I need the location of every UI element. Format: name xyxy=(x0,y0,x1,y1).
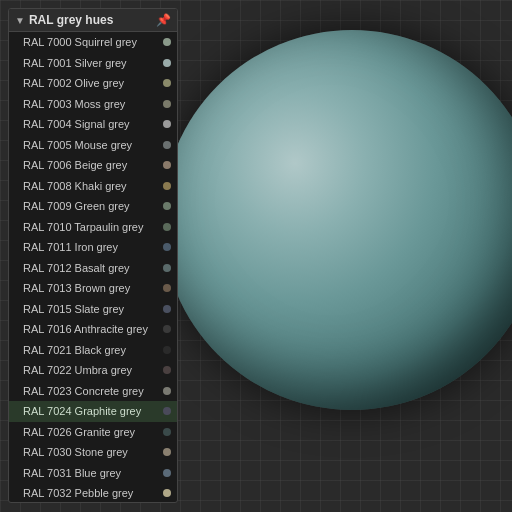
list-item[interactable]: RAL 7024 Graphite grey xyxy=(9,401,177,422)
list-item[interactable]: RAL 7006 Beige grey xyxy=(9,155,177,176)
color-dot xyxy=(163,387,171,395)
color-label: RAL 7000 Squirrel grey xyxy=(23,34,137,51)
color-dot xyxy=(163,182,171,190)
color-label: RAL 7032 Pebble grey xyxy=(23,485,133,502)
color-label: RAL 7006 Beige grey xyxy=(23,157,127,174)
color-dot xyxy=(163,141,171,149)
color-dot xyxy=(163,79,171,87)
list-item[interactable]: RAL 7000 Squirrel grey xyxy=(9,32,177,53)
color-dot xyxy=(163,100,171,108)
list-item[interactable]: RAL 7004 Signal grey xyxy=(9,114,177,135)
color-dot xyxy=(163,161,171,169)
list-item[interactable]: RAL 7012 Basalt grey xyxy=(9,258,177,279)
color-dot xyxy=(163,346,171,354)
list-item[interactable]: RAL 7013 Brown grey xyxy=(9,278,177,299)
list-item[interactable]: RAL 7009 Green grey xyxy=(9,196,177,217)
color-dot xyxy=(163,120,171,128)
list-item[interactable]: RAL 7022 Umbra grey xyxy=(9,360,177,381)
color-label: RAL 7031 Blue grey xyxy=(23,465,121,482)
color-label: RAL 7002 Olive grey xyxy=(23,75,124,92)
list-item[interactable]: RAL 7011 Iron grey xyxy=(9,237,177,258)
chevron-down-icon: ▼ xyxy=(15,15,25,26)
color-dot xyxy=(163,428,171,436)
ral-grey-panel: ▼ RAL grey hues 📌 RAL 7000 Squirrel grey… xyxy=(8,8,178,503)
color-dot xyxy=(163,223,171,231)
color-dot xyxy=(163,264,171,272)
list-item[interactable]: RAL 7021 Black grey xyxy=(9,340,177,361)
color-list: RAL 7000 Squirrel greyRAL 7001 Silver gr… xyxy=(9,32,177,502)
color-dot xyxy=(163,448,171,456)
list-item[interactable]: RAL 7023 Concrete grey xyxy=(9,381,177,402)
color-dot xyxy=(163,38,171,46)
color-label: RAL 7021 Black grey xyxy=(23,342,126,359)
list-item[interactable]: RAL 7015 Slate grey xyxy=(9,299,177,320)
panel-title: RAL grey hues xyxy=(29,13,113,27)
color-label: RAL 7003 Moss grey xyxy=(23,96,125,113)
list-item[interactable]: RAL 7010 Tarpaulin grey xyxy=(9,217,177,238)
color-dot xyxy=(163,469,171,477)
list-item[interactable]: RAL 7005 Mouse grey xyxy=(9,135,177,156)
list-item[interactable]: RAL 7002 Olive grey xyxy=(9,73,177,94)
color-dot xyxy=(163,202,171,210)
color-label: RAL 7005 Mouse grey xyxy=(23,137,132,154)
pin-icon[interactable]: 📌 xyxy=(156,13,171,27)
list-item[interactable]: RAL 7031 Blue grey xyxy=(9,463,177,484)
color-label: RAL 7008 Khaki grey xyxy=(23,178,127,195)
planet-sphere xyxy=(162,30,512,410)
color-label: RAL 7012 Basalt grey xyxy=(23,260,130,277)
color-dot xyxy=(163,59,171,67)
color-label: RAL 7013 Brown grey xyxy=(23,280,130,297)
color-dot xyxy=(163,284,171,292)
color-dot xyxy=(163,325,171,333)
color-label: RAL 7023 Concrete grey xyxy=(23,383,144,400)
list-item[interactable]: RAL 7016 Anthracite grey xyxy=(9,319,177,340)
color-label: RAL 7024 Graphite grey xyxy=(23,403,141,420)
list-item[interactable]: RAL 7001 Silver grey xyxy=(9,53,177,74)
color-dot xyxy=(163,366,171,374)
list-item[interactable]: RAL 7003 Moss grey xyxy=(9,94,177,115)
color-dot xyxy=(163,305,171,313)
color-label: RAL 7030 Stone grey xyxy=(23,444,128,461)
list-item[interactable]: RAL 7008 Khaki grey xyxy=(9,176,177,197)
list-item[interactable]: RAL 7030 Stone grey xyxy=(9,442,177,463)
color-label: RAL 7015 Slate grey xyxy=(23,301,124,318)
color-label: RAL 7026 Granite grey xyxy=(23,424,135,441)
color-label: RAL 7022 Umbra grey xyxy=(23,362,132,379)
color-dot xyxy=(163,407,171,415)
color-label: RAL 7009 Green grey xyxy=(23,198,130,215)
list-item[interactable]: RAL 7026 Granite grey xyxy=(9,422,177,443)
color-label: RAL 7011 Iron grey xyxy=(23,239,118,256)
color-label: RAL 7004 Signal grey xyxy=(23,116,130,133)
color-label: RAL 7010 Tarpaulin grey xyxy=(23,219,143,236)
list-item[interactable]: RAL 7032 Pebble grey xyxy=(9,483,177,502)
panel-header[interactable]: ▼ RAL grey hues 📌 xyxy=(9,9,177,32)
color-dot xyxy=(163,243,171,251)
color-label: RAL 7016 Anthracite grey xyxy=(23,321,148,338)
color-label: RAL 7001 Silver grey xyxy=(23,55,127,72)
color-dot xyxy=(163,489,171,497)
